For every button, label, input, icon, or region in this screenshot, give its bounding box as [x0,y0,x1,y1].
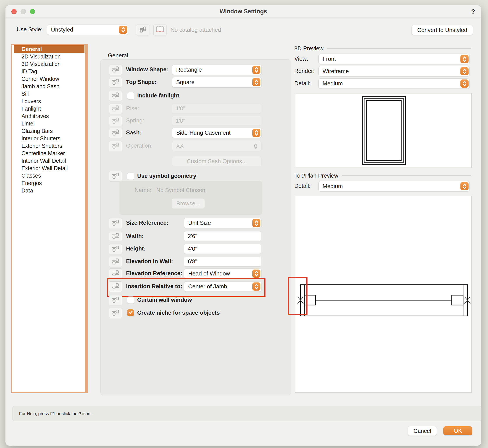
sidebar-item-exterior-shutters[interactable]: Exterior Shutters [12,142,85,150]
render-select[interactable]: Wireframe [318,66,470,76]
elevation-in-wall-label: Elevation In Wall: [126,257,173,266]
sliders-icon [110,141,121,151]
include-fanlight-checkbox[interactable] [127,92,134,99]
height-input[interactable]: 4'0" [184,244,261,254]
elevation-reference-select[interactable]: Head of Window [184,268,261,279]
symbol-geometry-panel: Name: No Symbol Chosen Browse... [119,181,262,215]
sidebar-item-id-tag[interactable]: ID Tag [12,68,85,75]
operation-value: XX [172,143,252,149]
sliders-icon [110,218,121,228]
help-icon[interactable]: ? [471,5,475,17]
use-style-select[interactable]: Unstyled [47,24,128,35]
size-reference-value: Unit Size [184,220,252,226]
width-input[interactable]: 2'6" [184,231,261,241]
detail-plan-label: Detail: [294,181,311,191]
width-options-button[interactable] [109,231,122,242]
use-symbol-geometry-checkbox[interactable] [127,173,134,180]
custom-sash-options-button: Custom Sash Options... [172,156,261,166]
sidebar-item-energos[interactable]: Energos [12,179,85,187]
section-divider [327,48,471,49]
create-niche-options-button[interactable] [109,308,122,318]
chevron-updown-icon [252,142,260,150]
plan-preview-canvas[interactable] [295,196,472,393]
ok-button[interactable]: OK [443,426,472,435]
spring-label: Spring: [126,116,144,125]
operation-options-button[interactable] [109,141,122,151]
sidebar-item-fanlight[interactable]: Fanlight [12,105,85,112]
sliders-icon [110,116,121,126]
detail-3d-select[interactable]: Medium [318,78,470,89]
sliders-icon [110,128,121,138]
view-select[interactable]: Front [318,54,470,64]
use-style-value: Unstyled [47,26,119,33]
sliders-icon [110,257,121,267]
spring-options-button[interactable] [109,116,122,126]
curtain-wall-options-button[interactable] [109,295,122,305]
elevation-in-wall-input[interactable]: 6'8" [184,257,261,266]
size-reference-label: Size Reference: [126,218,168,228]
sidebar-item-interior-wall-detail[interactable]: Interior Wall Detail [12,157,85,164]
rise-options-button[interactable] [109,104,122,114]
size-reference-select[interactable]: Unit Size [184,218,261,228]
window-shape-select[interactable]: Rectangle [172,64,261,75]
top-shape-options-button[interactable] [109,77,122,88]
chevron-updown-icon [252,219,260,227]
section-title-general: General [108,52,128,59]
render-value: Wireframe [319,68,460,75]
sliders-icon [110,232,121,241]
sash-options-button[interactable] [109,128,122,138]
sliders-icon [110,244,121,254]
symbol-name-label: Name: [134,187,151,193]
sidebar-item-exterior-wall-detail[interactable]: Exterior Wall Detail [12,164,85,172]
convert-to-unstyled-button[interactable]: Convert to Unstyled [412,25,473,35]
sidebar-item-3d-visualization[interactable]: 3D Visualization [12,60,85,68]
window-shape-label: Window Shape: [126,64,168,74]
window-shape-options-button[interactable] [109,64,122,75]
height-options-button[interactable] [109,244,122,255]
top-shape-label: Top Shape: [126,77,157,87]
sidebar-item-architraves[interactable]: Architraves [12,112,85,120]
detail-3d-label: Detail: [294,78,311,88]
include-fanlight-label: Include fanlight [137,92,179,99]
detail-plan-select[interactable]: Medium [318,181,470,191]
sidebar-item-data[interactable]: Data [12,187,85,194]
sidebar-item-general[interactable]: General [14,45,85,53]
curtain-wall-checkbox[interactable] [127,296,134,304]
create-niche-label: Create niche for space objects [137,309,220,316]
sidebar-item-corner-window[interactable]: Corner Window [12,75,85,83]
operation-label: Operation: [126,141,152,151]
top-shape-value: Square [172,79,252,86]
symbol-geometry-options-button[interactable] [109,171,122,182]
use-style-label: Use Style: [17,24,43,34]
chevron-updown-icon [252,129,260,137]
3d-preview-canvas[interactable] [295,93,472,168]
top-shape-select[interactable]: Square [172,77,261,87]
rise-input: 1'0" [172,104,261,113]
fanlight-options-button[interactable] [109,91,122,101]
cancel-button[interactable]: Cancel [408,426,437,436]
sidebar-item-glazing-bars[interactable]: Glazing Bars [12,127,85,135]
sidebar-item-centerline-marker[interactable]: Centerline Marker [12,150,85,157]
sash-select[interactable]: Side-Hung Casement [172,128,261,138]
catalog-button[interactable] [153,24,166,35]
style-options-button[interactable] [136,24,150,35]
sidebar-item-louvers[interactable]: Louvers [12,97,85,105]
sidebar-item-sill[interactable]: Sill [12,90,85,97]
sidebar-item-jamb-and-sash[interactable]: Jamb and Sash [12,83,85,90]
section-divider [342,175,471,176]
elevation-reference-options-button[interactable] [109,268,122,279]
sliders-icon [110,295,121,305]
section-title-plan-preview: Top/Plan Preview [294,172,338,179]
create-niche-checkbox[interactable] [127,309,134,316]
sidebar-item-lintel[interactable]: Lintel [12,120,85,127]
window-wireframe-front [295,94,471,168]
sidebar-item-interior-shutters[interactable]: Interior Shutters [12,135,85,142]
sliders-icon [110,308,121,318]
size-reference-options-button[interactable] [109,218,122,228]
sliders-icon [137,25,148,35]
jamb-highlight-box [288,277,307,315]
sidebar-item-2d-visualization[interactable]: 2D Visualization [12,53,85,60]
elevation-in-wall-options-button[interactable] [109,257,122,267]
sidebar-item-classes[interactable]: Classes [12,172,85,179]
sash-label: Sash: [126,128,142,137]
